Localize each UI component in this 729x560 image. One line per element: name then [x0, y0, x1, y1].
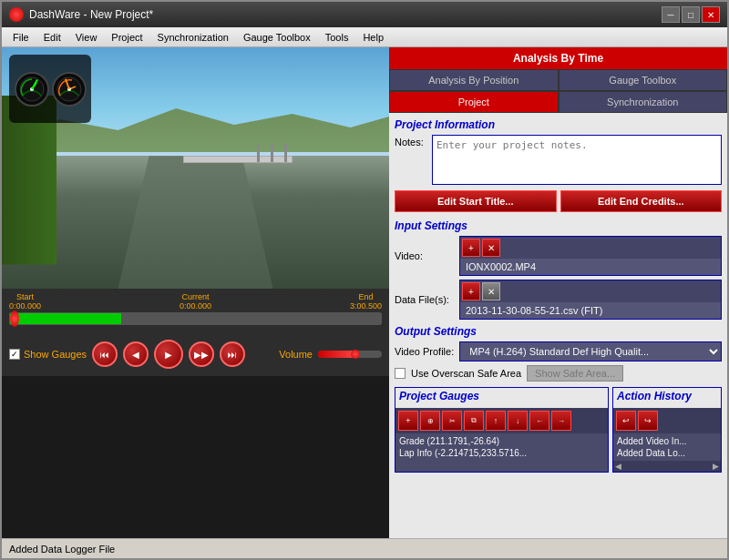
show-gauges-toggle[interactable]: Show Gauges [9, 349, 87, 360]
skip-forward-button[interactable]: ⏭ [220, 341, 245, 367]
maximize-button[interactable]: □ [682, 6, 700, 23]
tab-project[interactable]: Project [389, 91, 559, 113]
tab-synchronization[interactable]: Synchronization [559, 91, 728, 113]
gauge-add-button[interactable]: + [398, 411, 418, 431]
status-message: Added Data Logger File [9, 544, 115, 555]
gauge-btn-4[interactable]: ⧉ [464, 411, 484, 431]
start-time-label: Start 0:00.000 [9, 292, 41, 311]
gauge-btn-6[interactable]: ↓ [508, 411, 528, 431]
show-safe-area-button: Show Safe Area... [527, 365, 623, 382]
gauge-up-button[interactable]: ↑ [486, 411, 506, 431]
svg-point-5 [67, 87, 71, 91]
gauges-list: Grade (211.1791,-26.64) Lap Info (-2.214… [395, 433, 608, 472]
menu-synchronization[interactable]: Synchronization [150, 30, 236, 45]
time-labels: Start 0:00.000 Current 0:00.000 End 3:00… [9, 292, 382, 311]
edit-end-credits-button[interactable]: Edit End Credits... [560, 190, 723, 212]
data-label: Data File(s): [395, 294, 454, 305]
menu-project[interactable]: Project [104, 30, 149, 45]
video-toolbar: + ✕ [460, 237, 721, 259]
left-panel: Start 0:00.000 Current 0:00.000 End 3:00… [2, 47, 389, 542]
edit-start-title-button[interactable]: Edit Start Title... [395, 190, 557, 212]
video-label: Video: [395, 250, 454, 261]
minimize-button[interactable]: ─ [662, 6, 680, 23]
gauge-item-2[interactable]: Lap Info (-2.214715,233.5716... [397, 447, 606, 459]
menu-file[interactable]: File [5, 30, 36, 45]
gauge-btn-7[interactable]: ← [529, 411, 549, 431]
video-field-group: + ✕ IONX0002.MP4 [459, 236, 722, 276]
history-title: Action History [613, 388, 721, 404]
play-button[interactable]: ▶ [154, 340, 183, 369]
gauge-overlay [9, 55, 91, 123]
road-surface [118, 156, 273, 289]
window-controls: ─ □ ✕ [662, 6, 720, 23]
menu-edit[interactable]: Edit [36, 30, 68, 45]
tab-analysis-by-position[interactable]: Analysis By Position [389, 69, 559, 91]
status-bar: Added Data Logger File [2, 538, 727, 558]
window-title: DashWare - New Project* [29, 8, 153, 21]
gauge-btn-2[interactable]: ⊕ [420, 411, 440, 431]
output-settings-title: Output Settings [395, 325, 722, 338]
notes-label: Notes: [395, 135, 426, 148]
data-filename: 2013-11-30-08-55-21.csv (FIT) [460, 302, 721, 319]
data-remove-button[interactable]: ✕ [482, 282, 500, 300]
history-scroll-left[interactable]: ◀ [615, 462, 621, 471]
video-add-button[interactable]: + [462, 239, 480, 257]
video-filename: IONX0002.MP4 [460, 259, 721, 275]
data-input-row: Data File(s): + ✕ 2013-11-30-08-55-21.cs… [395, 280, 722, 320]
history-scrollbar: ◀ ▶ [613, 461, 721, 472]
menu-view[interactable]: View [68, 30, 105, 45]
fence-post-1 [257, 144, 260, 162]
svg-point-2 [30, 87, 34, 91]
volume-slider[interactable] [318, 351, 382, 358]
volume-thumb[interactable] [351, 350, 360, 359]
gauge-btn-8[interactable]: → [551, 411, 571, 431]
input-settings: Video: + ✕ IONX0002.MP4 Data File(s): [395, 236, 722, 320]
history-redo-button[interactable]: ↪ [638, 411, 658, 431]
notes-input[interactable] [432, 135, 722, 185]
svg-point-3 [57, 77, 81, 101]
bottom-panels-inner: Project Gauges + ⊕ ✂ ⧉ ↑ ↓ ← → Grad [395, 387, 722, 473]
history-scroll-right[interactable]: ▶ [713, 462, 719, 471]
fence-post-3 [284, 144, 287, 162]
overscan-checkbox[interactable] [395, 368, 406, 379]
tab-gauge-toolbox[interactable]: Gauge Toolbox [559, 69, 728, 91]
video-remove-button[interactable]: ✕ [482, 239, 500, 257]
close-button[interactable]: ✕ [702, 6, 720, 23]
main-content: Start 0:00.000 Current 0:00.000 End 3:00… [2, 47, 727, 542]
overscan-label: Use Overscan Safe Area [411, 368, 521, 379]
gauges-title: Project Gauges [395, 388, 608, 404]
end-time-label: End 3:00.500 [350, 292, 382, 311]
timeline-track[interactable] [9, 312, 382, 325]
history-item-2: Added Data Lo... [615, 447, 719, 459]
show-gauges-checkbox[interactable] [9, 349, 20, 360]
tabs-second-row: Analysis By Position Gauge Toolbox [389, 69, 727, 91]
app-icon [9, 7, 24, 22]
menu-help[interactable]: Help [355, 30, 391, 45]
menu-gauge-toolbox[interactable]: Gauge Toolbox [236, 30, 318, 45]
history-list: Added Video In... Added Data Lo... [613, 433, 721, 461]
gauge-item-1[interactable]: Grade (211.1791,-26.64) [397, 435, 606, 447]
panel-content: Project Information Notes: Edit Start Ti… [389, 113, 727, 542]
tabs-row: Analysis By Time Analysis By Position Ga… [389, 47, 727, 113]
gauge-circle-2 [52, 72, 87, 107]
right-panel: Analysis By Time Analysis By Position Ga… [389, 47, 727, 542]
profile-label: Video Profile: [395, 346, 454, 357]
rewind-button[interactable]: ◀ [123, 341, 149, 367]
title-bar: DashWare - New Project* ─ □ ✕ [2, 2, 727, 27]
input-settings-title: Input Settings [395, 219, 722, 232]
gauge-circle-1 [15, 72, 49, 107]
output-settings: Video Profile: MP4 (H.264) Standard Def … [395, 341, 722, 382]
data-add-button[interactable]: + [462, 282, 480, 300]
action-history-panel: Action History ↩ ↪ Added Video In... Add… [612, 387, 722, 473]
skip-back-button[interactable]: ⏮ [92, 341, 118, 367]
history-undo-button[interactable]: ↩ [616, 411, 636, 431]
menu-tools[interactable]: Tools [318, 30, 356, 45]
fast-forward-button[interactable]: ▶▶ [189, 341, 214, 367]
overscan-row: Use Overscan Safe Area Show Safe Area... [395, 365, 722, 382]
timeline-thumb[interactable] [10, 311, 19, 327]
tab-analysis-by-time[interactable]: Analysis By Time [389, 47, 727, 69]
video-profile-select[interactable]: MP4 (H.264) Standard Def High Qualit... [459, 341, 722, 361]
notes-area: Notes: [395, 135, 722, 185]
title-credits-buttons: Edit Start Title... Edit End Credits... [395, 190, 722, 212]
gauge-btn-3[interactable]: ✂ [442, 411, 462, 431]
